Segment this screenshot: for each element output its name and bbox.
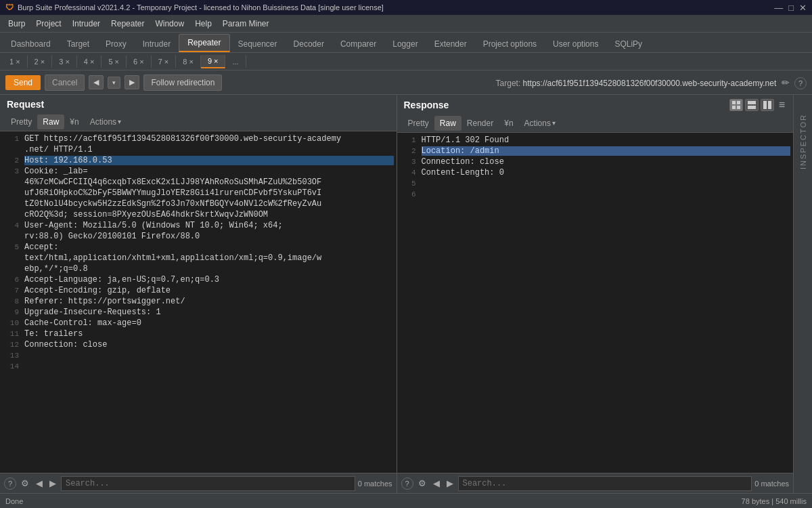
response-tab-actions[interactable]: Actions ▾ [519, 116, 561, 131]
code-line-2: 2 Host: 192.168.0.53 [0, 156, 397, 167]
request-code-area[interactable]: 1 GET https://acf61f951f1394528081326f00… [0, 131, 397, 473]
view-icon-vsplit[interactable] [761, 99, 774, 111]
code-line-5: 5 Accept: [0, 242, 397, 253]
target-help-button[interactable]: ? [794, 77, 807, 89]
menu-burp[interactable]: Burp [3, 17, 30, 30]
response-search-matches: 0 matches [754, 480, 789, 488]
menu-window[interactable]: Window [150, 17, 189, 30]
title-bar-left: 🛡 Burp Suite Professional v2021.4.2 - Te… [5, 3, 384, 12]
tab-sequencer[interactable]: Sequencer [230, 36, 286, 52]
request-tab-actions[interactable]: Actions ▾ [85, 114, 127, 129]
edit-target-button[interactable]: ✏ [779, 76, 792, 89]
request-search-next-button[interactable]: ▶ [47, 477, 58, 490]
status-text: Done [5, 497, 23, 505]
request-tab-pretty[interactable]: Pretty [5, 114, 37, 129]
request-title: Request [7, 99, 44, 110]
response-search-bar: ? ⚙ ◀ ▶ 0 matches [397, 473, 794, 493]
response-tab-yn[interactable]: ¥n [499, 116, 518, 131]
response-view-icons: ≡ [729, 99, 788, 111]
tab-extender[interactable]: Extender [426, 36, 475, 52]
request-search-settings-button[interactable]: ⚙ [19, 477, 31, 490]
request-search-input[interactable] [61, 476, 355, 491]
repeater-tab-9[interactable]: 9 × [201, 55, 226, 68]
repeater-tab-5[interactable]: 5 × [102, 56, 127, 68]
view-icon-grid[interactable] [729, 99, 743, 111]
view-icon-hsplit[interactable] [745, 99, 759, 111]
menu-project[interactable]: Project [30, 17, 66, 30]
tab-sqlipy[interactable]: SQLiPy [606, 36, 650, 52]
request-search-prev-button[interactable]: ◀ [34, 477, 45, 490]
resp-line-2: 2 Location: /admin [397, 146, 794, 157]
response-search-help-button[interactable]: ? [401, 478, 413, 490]
close-btn[interactable]: ✕ [799, 3, 807, 13]
repeater-tab-4[interactable]: 4 × [77, 56, 102, 68]
app-icon: 🛡 [5, 3, 14, 12]
code-line-3: 3 Cookie: _lab= [0, 167, 397, 177]
request-editor-tabs: Pretty Raw ¥n Actions ▾ [0, 112, 397, 131]
menu-repeater[interactable]: Repeater [106, 17, 150, 30]
menu-intruder[interactable]: Intruder [67, 17, 106, 30]
minimize-btn[interactable]: — [774, 3, 783, 13]
response-search-prev-button[interactable]: ◀ [431, 477, 442, 490]
request-search-bar: ? ⚙ ◀ ▶ 0 matches [0, 473, 397, 493]
tab-user-options[interactable]: User options [545, 36, 606, 52]
code-line-4: 4 User-Agent: Mozilla/5.0 (Windows NT 10… [0, 221, 397, 232]
tab-repeater[interactable]: Repeater [179, 34, 229, 52]
menu-help[interactable]: Help [189, 17, 217, 30]
target-url-value: https://acf61f951f1394528081326f00f30000… [523, 79, 777, 88]
tab-intruder[interactable]: Intruder [135, 36, 179, 52]
svg-rect-2 [732, 106, 736, 109]
code-line-9: 9 Upgrade-Insecure-Requests: 1 [0, 308, 397, 318]
repeater-tab-3[interactable]: 3 × [52, 56, 77, 68]
code-line-10: 10 Cache-Control: max-age=0 [0, 318, 397, 329]
nav-down-button[interactable]: ▾ [108, 77, 120, 89]
svg-rect-5 [748, 106, 756, 109]
request-search-help-button[interactable]: ? [4, 478, 16, 490]
response-search-input[interactable] [458, 476, 752, 491]
response-actions-label: Actions [524, 119, 551, 128]
tab-project-options[interactable]: Project options [475, 36, 545, 52]
cancel-button[interactable]: Cancel [45, 75, 85, 91]
resp-line-3: 3 Connection: close [397, 157, 794, 168]
nav-back-button[interactable]: ◀ [89, 75, 104, 89]
tab-target[interactable]: Target [59, 36, 97, 52]
status-info: 78 bytes | 540 millis [742, 497, 807, 505]
repeater-tab-7[interactable]: 7 × [152, 56, 177, 68]
repeater-tab-8[interactable]: 8 × [176, 56, 201, 68]
tab-logger[interactable]: Logger [384, 36, 426, 52]
response-tab-pretty[interactable]: Pretty [403, 116, 434, 131]
response-panel: Response [397, 95, 794, 493]
maximize-btn[interactable]: □ [788, 3, 794, 13]
repeater-tabs: 1 × 2 × 3 × 4 × 5 × 6 × 7 × 8 × 9 × ... [0, 53, 812, 70]
tab-dashboard[interactable]: Dashboard [3, 36, 59, 52]
top-tabs: Dashboard Target Proxy Intruder Repeater… [0, 33, 812, 53]
tab-decoder[interactable]: Decoder [286, 36, 332, 52]
response-search-settings-button[interactable]: ⚙ [416, 477, 428, 490]
repeater-tab-6[interactable]: 6 × [127, 56, 152, 68]
response-search-next-button[interactable]: ▶ [445, 477, 455, 490]
tab-proxy[interactable]: Proxy [97, 36, 135, 52]
repeater-tab-more[interactable]: ... [225, 56, 246, 68]
repeater-tab-1[interactable]: 1 × [3, 56, 28, 68]
response-tab-render[interactable]: Render [461, 116, 499, 131]
menu-param-miner[interactable]: Param Miner [217, 17, 275, 30]
response-editor-tabs: Pretty Raw Render ¥n Actions ▾ [397, 114, 794, 133]
code-line-5b: text/html,application/xhtml+xml,applicat… [0, 253, 397, 264]
request-tab-yn[interactable]: ¥n [64, 114, 84, 129]
request-tab-raw[interactable]: Raw [37, 114, 64, 129]
nav-forward-button[interactable]: ▶ [125, 75, 139, 89]
code-line-14: 14 [0, 362, 397, 373]
follow-redirection-button[interactable]: Follow redirection [143, 75, 222, 91]
target-url-display: Target: https://acf61f951f1394528081326f… [226, 76, 807, 89]
svg-rect-4 [748, 101, 756, 104]
menu-bar: Burp Project Intruder Repeater Window He… [0, 15, 812, 33]
tab-comparer[interactable]: Comparer [332, 36, 384, 52]
response-menu-button[interactable]: ≡ [776, 99, 788, 111]
title-bar-controls[interactable]: — □ ✕ [774, 3, 807, 13]
response-code-area[interactable]: 1 HTTP/1.1 302 Found 2 Location: /admin … [397, 133, 794, 473]
send-button[interactable]: Send [5, 75, 41, 90]
repeater-tab-2[interactable]: 2 × [28, 56, 53, 68]
response-tab-raw[interactable]: Raw [434, 116, 461, 131]
code-line-7: 7 Accept-Encoding: gzip, deflate [0, 286, 397, 297]
code-line-12: 12 Connection: close [0, 340, 397, 351]
